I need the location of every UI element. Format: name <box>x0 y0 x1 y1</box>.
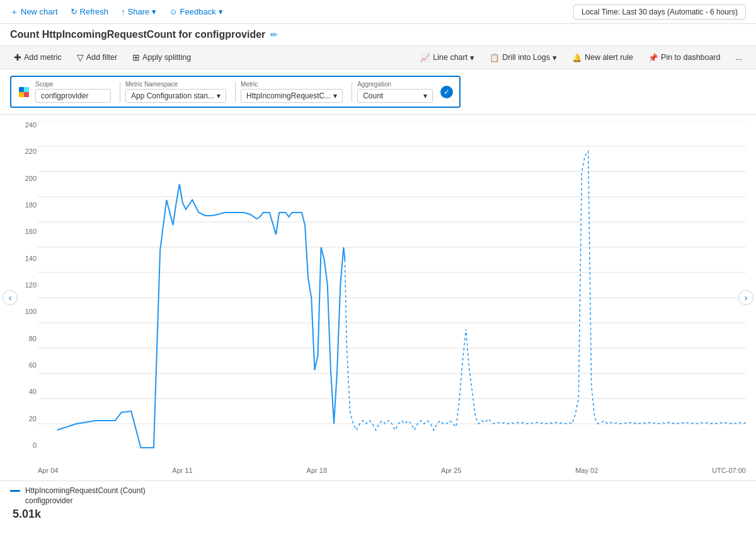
chart-area: 240 220 200 180 160 140 120 100 80 60 40… <box>0 115 756 481</box>
metric-selector-inner: Scope configprovider Metric Namespace Ap… <box>10 76 461 108</box>
selector-divider-3 <box>352 82 352 102</box>
x-label-apr25: Apr 25 <box>441 467 461 474</box>
edit-icon[interactable]: ✏ <box>270 30 278 40</box>
x-label-utc: UTC-07:00 <box>712 467 746 474</box>
namespace-group: Metric Namespace App Configuration stan.… <box>125 81 226 103</box>
aggregation-dropdown[interactable]: Count ▾ <box>357 89 433 103</box>
drill-into-logs-button[interactable]: 📋 Drill into Logs ▾ <box>486 52 561 64</box>
line-chart-button[interactable]: 📈 Line chart ▾ <box>416 52 478 64</box>
namespace-label: Metric Namespace <box>125 81 226 88</box>
scope-icon <box>18 86 30 98</box>
y-label-180: 180 <box>25 201 37 209</box>
legend-value: 5.01k <box>10 508 746 521</box>
metric-selector-bar: Scope configprovider Metric Namespace Ap… <box>0 69 756 115</box>
next-arrow-button[interactable]: › <box>738 290 753 305</box>
x-label-apr04: Apr 04 <box>38 467 58 474</box>
logs-icon: 📋 <box>490 53 500 62</box>
y-label-200: 200 <box>25 175 37 182</box>
alert-icon: 🔔 <box>572 53 582 62</box>
scope-dropdown[interactable]: configprovider <box>35 89 111 103</box>
new-chart-button[interactable]: ＋ New chart <box>10 6 58 18</box>
selector-divider-1 <box>120 82 120 102</box>
legend-series-name: HttpIncomingRequestCount (Count) <box>25 486 146 495</box>
time-selector-button[interactable]: Local Time: Last 30 days (Automatic - 6 … <box>573 4 746 20</box>
pin-icon: 📌 <box>648 53 658 62</box>
legend-item: HttpIncomingRequestCount (Count) <box>10 486 746 495</box>
add-filter-button[interactable]: ▽ Add filter <box>73 51 121 64</box>
filter-icon: ▽ <box>77 52 84 62</box>
more-options-button[interactable]: ... <box>732 52 746 63</box>
pin-to-dashboard-button[interactable]: 📌 Pin to dashboard <box>644 52 724 64</box>
page-title-bar: Count HttpIncomingRequestCount for confi… <box>0 24 756 45</box>
x-label-apr11: Apr 11 <box>172 467 192 474</box>
top-bar-right: Local Time: Last 30 days (Automatic - 6 … <box>573 4 746 20</box>
x-label-apr18: Apr 18 <box>307 467 327 474</box>
namespace-chevron-icon: ▾ <box>217 91 220 100</box>
y-label-140: 140 <box>25 255 37 262</box>
top-bar-left: ＋ New chart ↻ Refresh ↑ Share ▾ ☺ Feedba… <box>10 6 223 18</box>
split-icon: ⊞ <box>132 52 140 62</box>
svg-rect-0 <box>19 87 24 92</box>
chart-svg <box>38 121 746 449</box>
new-alert-rule-button[interactable]: 🔔 New alert rule <box>568 52 637 64</box>
share-icon: ↑ <box>121 7 125 16</box>
confirm-button[interactable]: ✓ <box>440 86 453 98</box>
svg-rect-3 <box>24 92 29 97</box>
plus-icon: ＋ <box>10 6 18 18</box>
toolbar-left: ✚ Add metric ▽ Add filter ⊞ Apply splitt… <box>10 51 195 64</box>
feedback-button[interactable]: ☺ Feedback ▾ <box>169 7 222 16</box>
svg-rect-2 <box>19 92 24 97</box>
line-chart-icon: 📈 <box>420 53 430 62</box>
namespace-dropdown[interactable]: App Configuration stan... ▾ <box>125 89 226 103</box>
svg-rect-1 <box>24 87 29 92</box>
y-label-100: 100 <box>25 308 37 315</box>
y-label-20: 20 <box>29 415 37 422</box>
metric-chevron-icon: ▾ <box>333 91 337 100</box>
legend-color <box>10 490 20 492</box>
y-axis: 240 220 200 180 160 140 120 100 80 60 40… <box>6 121 37 449</box>
y-label-120: 120 <box>25 281 37 289</box>
scope-group: Scope configprovider <box>35 81 111 103</box>
aggregation-label: Aggregation <box>357 81 433 88</box>
line-chart-chevron-icon: ▾ <box>470 53 474 62</box>
logs-chevron-icon: ▾ <box>553 53 557 62</box>
y-label-240: 240 <box>25 121 37 129</box>
chart-toolbar: ✚ Add metric ▽ Add filter ⊞ Apply splitt… <box>0 45 756 69</box>
x-label-may02: May 02 <box>575 467 598 474</box>
feedback-icon: ☺ <box>169 7 177 16</box>
feedback-chevron-icon: ▾ <box>219 7 223 16</box>
legend-bar: HttpIncomingRequestCount (Count) configp… <box>0 481 756 526</box>
y-label-0: 0 <box>33 441 37 449</box>
y-label-60: 60 <box>29 361 37 369</box>
add-metric-icon: ✚ <box>14 52 21 62</box>
toolbar-right: 📈 Line chart ▾ 📋 Drill into Logs ▾ 🔔 New… <box>416 52 746 64</box>
aggregation-chevron-icon: ▾ <box>423 91 427 100</box>
y-label-40: 40 <box>29 388 37 395</box>
metric-label: Metric <box>241 81 343 88</box>
scope-label: Scope <box>35 81 111 88</box>
add-metric-button[interactable]: ✚ Add metric <box>10 51 66 64</box>
metric-group: Metric HttpIncomingRequestC... ▾ <box>241 81 343 103</box>
prev-arrow-button[interactable]: ‹ <box>3 290 18 305</box>
y-label-80: 80 <box>29 335 37 342</box>
apply-splitting-button[interactable]: ⊞ Apply splitting <box>129 51 195 64</box>
aggregation-group: Aggregation Count ▾ <box>357 81 433 103</box>
page-title: Count HttpIncomingRequestCount for confi… <box>10 29 265 40</box>
top-bar: ＋ New chart ↻ Refresh ↑ Share ▾ ☺ Feedba… <box>0 0 756 24</box>
share-button[interactable]: ↑ Share ▾ <box>121 7 156 16</box>
legend-sub-label: configprovider <box>10 496 746 505</box>
y-label-220: 220 <box>25 148 37 155</box>
x-axis: Apr 04 Apr 11 Apr 18 Apr 25 May 02 UTC-0… <box>38 467 746 474</box>
selector-divider-2 <box>235 82 236 102</box>
metric-dropdown[interactable]: HttpIncomingRequestC... ▾ <box>241 89 343 103</box>
refresh-button[interactable]: ↻ Refresh <box>71 7 109 16</box>
y-label-160: 160 <box>25 228 37 235</box>
refresh-icon: ↻ <box>71 7 77 16</box>
share-chevron-icon: ▾ <box>152 7 156 16</box>
